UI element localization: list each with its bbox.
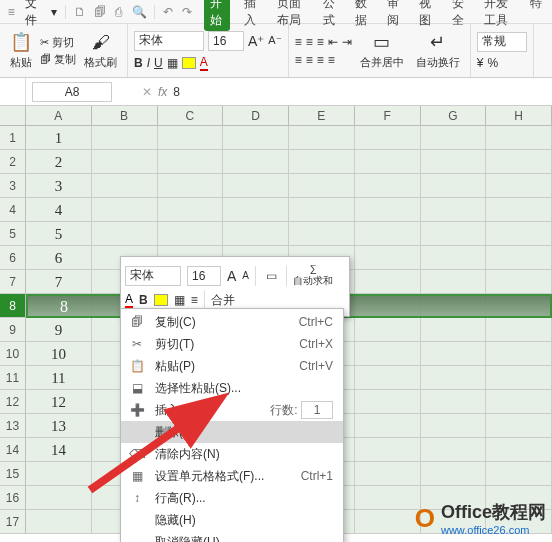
row-13[interactable]: 13 [0,414,26,438]
row-7[interactable]: 7 [0,270,26,294]
ctx-row-height[interactable]: ↕行高(R)... [121,487,343,509]
ctx-paste[interactable]: 📋粘贴(P)Ctrl+V [121,355,343,377]
mini-font-color[interactable]: A [125,292,133,308]
merge-button[interactable]: ▭合并居中 [356,29,408,72]
cell-A7[interactable]: 7 [26,270,92,294]
ctx-insert[interactable]: ➕插入(I)行数: 1 [121,399,343,421]
select-all-corner[interactable] [0,106,26,126]
fill-color-button[interactable] [182,57,196,69]
row-9[interactable]: 9 [0,318,26,342]
row-10[interactable]: 10 [0,342,26,366]
row-14[interactable]: 14 [0,438,26,462]
name-box[interactable]: A8 [32,82,112,102]
mini-size[interactable]: 16 [187,266,221,286]
cell-A2[interactable]: 2 [26,150,92,174]
cell-A10[interactable]: 10 [26,342,92,366]
cell-A11[interactable]: 11 [26,366,92,390]
align-top-icon[interactable]: ≡ [295,35,302,49]
cell-A14[interactable]: 14 [26,438,92,462]
cell-A4[interactable]: 4 [26,198,92,222]
justify-icon[interactable]: ≡ [328,53,335,67]
undo-icon[interactable]: ↶ [163,5,174,19]
mini-font[interactable]: 宋体 [125,266,181,286]
row-17[interactable]: 17 [0,510,26,534]
cell-A13[interactable]: 13 [26,414,92,438]
row-11[interactable]: 11 [0,366,26,390]
ctx-delete[interactable]: 删除(D) [121,421,343,443]
col-G[interactable]: G [421,106,487,126]
preview-icon[interactable]: 🔍 [132,5,146,19]
mini-align[interactable]: ≡ [191,293,198,307]
bold-button[interactable]: B [134,56,143,70]
cancel-icon[interactable]: ✕ [142,85,152,99]
app-menu-icon[interactable]: ≡ [6,5,17,19]
cell-A8[interactable] [26,294,92,318]
numfmt-select[interactable]: 常规 [477,32,527,52]
dropdown-icon[interactable]: ▾ [51,5,57,19]
print-icon[interactable]: ⎙ [114,5,125,19]
align-right-icon[interactable]: ≡ [317,53,324,67]
cell-A5[interactable]: 5 [26,222,92,246]
align-left-icon[interactable]: ≡ [295,53,302,67]
align-mid-icon[interactable]: ≡ [306,35,313,49]
cell-A9[interactable]: 9 [26,318,92,342]
fx-icon[interactable]: fx [158,85,167,99]
row-1[interactable]: 1 [0,126,26,150]
indent-left-icon[interactable]: ⇤ [328,35,338,49]
formula-input[interactable]: 8 [173,85,180,99]
size-select[interactable]: 16 [208,31,244,51]
cell-A1[interactable]: 1 [26,126,92,150]
redo-icon[interactable]: ↷ [182,5,193,19]
mini-shrink-font[interactable]: A [242,270,249,281]
shrink-font-icon[interactable]: A⁻ [268,34,281,47]
indent-right-icon[interactable]: ⇥ [342,35,352,49]
save-icon[interactable]: 🗋 [74,5,86,19]
row-15[interactable]: 15 [0,462,26,486]
col-E[interactable]: E [289,106,355,126]
percent-icon[interactable]: % [487,56,498,70]
ctx-format-cells[interactable]: ▦设置单元格格式(F)...Ctrl+1 [121,465,343,487]
cell-A3[interactable]: 3 [26,174,92,198]
currency-icon[interactable]: ¥ [477,56,484,70]
mini-bold[interactable]: B [139,293,148,307]
row-8[interactable]: 8 [0,294,26,318]
italic-button[interactable]: I [147,56,150,70]
ctx-cut[interactable]: ✂剪切(T)Ctrl+X [121,333,343,355]
font-select[interactable]: 宋体 [134,31,204,51]
copy-button[interactable]: 🗐复制 [40,52,76,67]
align-bot-icon[interactable]: ≡ [317,35,324,49]
mini-border[interactable]: ▦ [174,293,185,307]
ctx-paste-special[interactable]: ⬓选择性粘贴(S)... [121,377,343,399]
format-painter-button[interactable]: 🖌格式刷 [80,30,121,72]
ctx-copy[interactable]: 🗐复制(C)Ctrl+C [121,311,343,333]
row-count-input[interactable]: 1 [301,401,333,419]
col-D[interactable]: D [223,106,289,126]
mini-grow-font[interactable]: A [227,268,236,284]
row-4[interactable]: 4 [0,198,26,222]
font-color-button[interactable]: A [200,55,208,71]
mini-merge-icon[interactable]: ▭ [262,267,280,285]
row-3[interactable]: 3 [0,174,26,198]
mini-merge-label[interactable]: 合并 [211,292,235,309]
col-A[interactable]: A [26,106,92,126]
underline-button[interactable]: U [154,56,163,70]
mini-sum-label[interactable]: 自动求和 [293,274,333,288]
wrap-button[interactable]: ↵自动换行 [412,29,464,72]
ctx-unhide[interactable]: 取消隐藏(U) [121,531,343,542]
row-6[interactable]: 6 [0,246,26,270]
paste-button[interactable]: 📋粘贴 [6,29,36,72]
cut-button[interactable]: ✂剪切 [40,35,76,50]
saveas-icon[interactable]: 🗐 [94,5,106,19]
cell-A12[interactable]: 12 [26,390,92,414]
row-2[interactable]: 2 [0,150,26,174]
row-12[interactable]: 12 [0,390,26,414]
row-16[interactable]: 16 [0,486,26,510]
row-5[interactable]: 5 [0,222,26,246]
ctx-hide[interactable]: 隐藏(H) [121,509,343,531]
mini-fill-color[interactable] [154,294,168,306]
align-center-icon[interactable]: ≡ [306,53,313,67]
grow-font-icon[interactable]: A⁺ [248,33,264,49]
col-H[interactable]: H [486,106,552,126]
cell-A6[interactable]: 6 [26,246,92,270]
col-F[interactable]: F [355,106,421,126]
